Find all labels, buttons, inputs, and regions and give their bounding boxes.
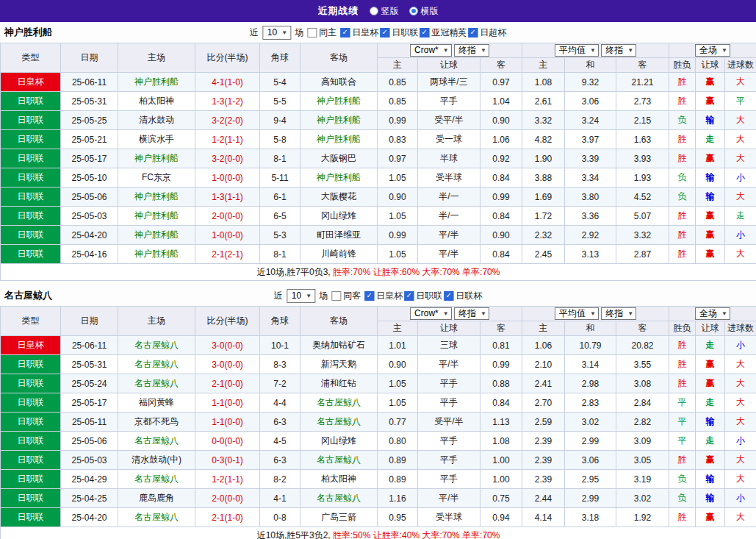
bookmaker-select[interactable]: Crow*▼ — [410, 307, 452, 320]
league-filter[interactable]: ✓日皇杯 — [364, 290, 403, 302]
score-cell: 1-3(1-2) — [195, 92, 260, 111]
radio-unchecked-icon[interactable] — [370, 7, 378, 15]
league-filter[interactable]: ✓日皇杯 — [340, 26, 378, 39]
home-team-cell[interactable]: 名古屋鲸八 — [118, 432, 195, 451]
handicap-home-odds-cell: 1.05 — [378, 374, 418, 393]
checkbox-checked-icon[interactable]: ✓ — [364, 291, 374, 301]
summary-record: 近10场,胜7平0负3, — [257, 267, 331, 277]
away-team-cell[interactable]: 冈山绿雉 — [300, 432, 378, 451]
handicap-away-odds-cell: 0.81 — [480, 336, 522, 355]
recent-count-select[interactable]: 10 ▼ — [287, 289, 315, 303]
checkbox-unchecked-icon[interactable] — [331, 291, 341, 301]
handicap-away-odds-cell: 0.84 — [480, 245, 522, 264]
league-filter[interactable]: ✓日超杯 — [468, 26, 506, 39]
match-row: 日职联25-04-20名古屋鲸八2-1(1-0)0-8广岛三箭0.95受半球0.… — [1, 508, 756, 527]
home-team-cell[interactable]: 神户胜利船 — [118, 245, 195, 264]
home-team-cell[interactable]: 神户胜利船 — [118, 149, 195, 168]
home-team-cell[interactable]: 京都不死鸟 — [118, 413, 195, 432]
winlose-result-cell: 平 — [669, 413, 696, 432]
league-filter[interactable]: ✓日联杯 — [444, 290, 482, 302]
match-type-cell: 日皇杯 — [1, 73, 61, 92]
away-team-cell[interactable]: 奥纳加钴矿石 — [300, 336, 378, 355]
home-team-cell[interactable]: 名古屋鲸八 — [118, 336, 195, 355]
league-filter[interactable]: ✓日职联 — [404, 290, 442, 302]
same-venue-filter[interactable]: 同客 — [331, 290, 361, 302]
average-select[interactable]: 平均值▼ — [555, 307, 599, 320]
away-team-cell[interactable]: 名古屋鲸八 — [300, 451, 378, 470]
avg-home-odds-cell: 4.82 — [522, 130, 565, 149]
home-team-cell[interactable]: 神户胜利船 — [118, 207, 195, 226]
away-team-cell[interactable]: 神户胜利船 — [300, 130, 378, 149]
away-team-cell[interactable]: 新泻天鹅 — [300, 355, 378, 374]
avg-home-odds-cell: 2.32 — [522, 226, 565, 245]
match-date-cell: 25-05-06 — [61, 432, 118, 451]
away-team-cell[interactable]: 町田泽维亚 — [300, 226, 378, 245]
home-team-cell[interactable]: 柏太阳神 — [118, 92, 195, 111]
away-team-cell[interactable]: 名古屋鲸八 — [300, 393, 378, 413]
handicap-line-cell: 受半球 — [418, 168, 480, 188]
layout-horizontal-radio[interactable]: 横版 — [409, 5, 439, 18]
team-section-nagoya: 名古屋鲸八 近 10 ▼ 场 同客 ✓日皇杯✓日职联✓日联杯 类型 日期 — [0, 285, 756, 539]
away-team-cell[interactable]: 名古屋鲸八 — [300, 413, 378, 432]
home-team-cell[interactable]: 神户胜利船 — [118, 188, 195, 207]
odds-stage-select[interactable]: 终指▼ — [454, 307, 489, 320]
away-team-cell[interactable]: 冈山绿雉 — [300, 207, 378, 226]
away-team-cell[interactable]: 神户胜利船 — [300, 92, 378, 111]
away-team-cell[interactable]: 广岛三箭 — [300, 508, 378, 527]
away-team-cell[interactable]: 高知联合 — [300, 73, 378, 92]
avg-away-odds-cell: 2.15 — [616, 111, 669, 130]
layout-vertical-radio[interactable]: 竖版 — [370, 5, 399, 18]
home-team-cell[interactable]: 横滨水手 — [118, 130, 195, 149]
away-team-cell[interactable]: 柏太阳神 — [300, 470, 378, 489]
scope-select[interactable]: 全场▼ — [695, 44, 730, 57]
winlose-result-cell: 胜 — [669, 92, 696, 111]
checkbox-checked-icon[interactable]: ✓ — [404, 291, 414, 301]
recent-count-select[interactable]: 10 ▼ — [262, 26, 291, 40]
handicap-line-cell: 平手 — [418, 470, 480, 489]
home-team-cell[interactable]: 名古屋鲸八 — [118, 508, 195, 527]
home-team-cell[interactable]: 清水鼓动(中) — [118, 451, 195, 470]
home-team-cell[interactable]: 名古屋鲸八 — [118, 355, 195, 374]
away-team-cell[interactable]: 神户胜利船 — [300, 168, 378, 188]
goals-result-cell: 大 — [725, 393, 756, 413]
away-team-cell[interactable]: 大阪樱花 — [300, 188, 378, 207]
scope-select[interactable]: 全场▼ — [695, 307, 730, 320]
away-team-cell[interactable]: 神户胜利船 — [300, 111, 378, 130]
home-team-cell[interactable]: FC东京 — [118, 168, 195, 188]
away-team-cell[interactable]: 名古屋鲸八 — [300, 489, 378, 508]
avg-stage-select[interactable]: 终指▼ — [601, 307, 636, 320]
avg-home-odds-cell: 2.44 — [522, 489, 565, 508]
match-date-cell: 25-05-03 — [61, 207, 118, 226]
checkbox-checked-icon[interactable]: ✓ — [340, 28, 350, 38]
checkbox-checked-icon[interactable]: ✓ — [468, 28, 478, 38]
checkbox-checked-icon[interactable]: ✓ — [444, 291, 453, 301]
checkbox-checked-icon[interactable]: ✓ — [420, 28, 429, 38]
away-team-cell[interactable]: 川崎前锋 — [300, 245, 378, 264]
home-team-cell[interactable]: 鹿岛鹿角 — [118, 489, 195, 508]
chevron-down-icon: ▼ — [721, 47, 727, 54]
home-team-cell[interactable]: 清水鼓动 — [118, 111, 195, 130]
average-select[interactable]: 平均值▼ — [555, 44, 599, 57]
home-team-cell[interactable]: 名古屋鲸八 — [118, 374, 195, 393]
handicap-line-cell: 平手 — [418, 432, 480, 451]
bookmaker-select[interactable]: Crow*▼ — [410, 44, 452, 57]
home-team-cell[interactable]: 名古屋鲸八 — [118, 470, 195, 489]
league-filter[interactable]: ✓日职联 — [380, 26, 418, 39]
odds-stage-select[interactable]: 终指▼ — [454, 44, 489, 57]
winlose-result-cell: 负 — [669, 111, 696, 130]
radio-checked-icon[interactable] — [409, 7, 418, 15]
handicap-result-cell: 赢 — [696, 73, 725, 92]
same-venue-filter[interactable]: 同主 — [307, 26, 336, 39]
home-team-cell[interactable]: 神户胜利船 — [118, 73, 195, 92]
checkbox-checked-icon[interactable]: ✓ — [380, 28, 389, 38]
avg-draw-odds-cell: 9.32 — [565, 73, 616, 92]
home-team-cell[interactable]: 福冈黄蜂 — [118, 393, 195, 413]
away-team-cell[interactable]: 浦和红钻 — [300, 374, 378, 393]
checkbox-unchecked-icon[interactable] — [307, 28, 317, 38]
league-filter[interactable]: ✓亚冠精英 — [420, 26, 467, 39]
score-cell: 3-0(0-0) — [195, 355, 260, 374]
home-team-cell[interactable]: 神户胜利船 — [118, 226, 195, 245]
away-team-cell[interactable]: 大阪钢巴 — [300, 149, 378, 168]
avg-stage-select[interactable]: 终指▼ — [601, 44, 636, 57]
corner-cell: 5-8 — [260, 130, 300, 149]
